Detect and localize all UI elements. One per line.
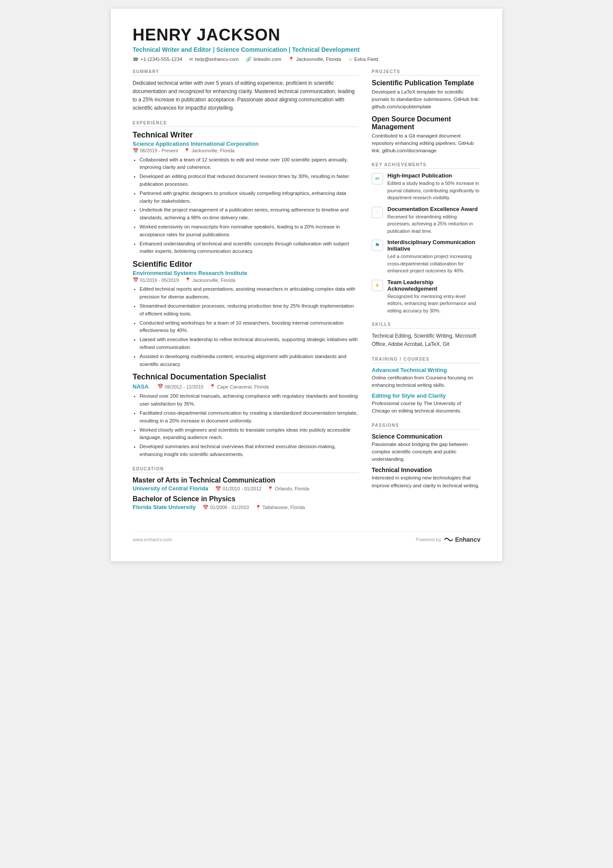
star-icon: ☆ <box>372 207 383 218</box>
job-1-company: Science Applications International Corpo… <box>133 141 359 147</box>
bullet: Revised over 200 technical manuals, achi… <box>140 392 359 408</box>
edu-1-degree: Master of Arts in Technical Communicatio… <box>133 476 359 484</box>
job-3-dates: 📅 08/2012 - 12/2015 <box>157 384 203 389</box>
passion-2: Technical Innovation Interested in explo… <box>372 466 480 489</box>
pencil-icon: ✏ <box>372 173 383 184</box>
achievement-3-title: Interdisciplinary Communication Initiati… <box>387 239 480 252</box>
bullet: Liaised with executive leadership to ref… <box>140 336 359 352</box>
achievements-section: KEY ACHIEVEMENTS ✏ High-Impact Publicati… <box>372 162 480 314</box>
contact-phone: ☎ +1-(234)-555-1234 <box>133 57 182 62</box>
edu-2-school: Florida State University <box>133 504 196 510</box>
edu-2-location: 📍 Tallahassee, Florida <box>255 505 305 510</box>
job-2-meta: 📅 01/2016 - 05/2019 📍 Jacksonville, Flor… <box>133 277 359 283</box>
job-2-title: Scientific Editor <box>133 260 359 269</box>
edu-1-school: University of Central Florida <box>133 485 208 492</box>
job-3-location: 📍 Cape Canaveral, Florida <box>210 384 269 389</box>
achievement-4-desc: Recognized for mentoring entry-level edi… <box>387 293 480 315</box>
bullet: Worked closely with engineers and scient… <box>140 426 359 442</box>
job-3-bullets: Revised over 200 technical manuals, achi… <box>133 392 359 459</box>
achievement-2-title: Documentation Excellence Award <box>387 206 480 212</box>
project-1-desc: Developed a LaTeX template for scientifi… <box>372 88 480 111</box>
calendar-icon-edu1: 📅 <box>215 486 221 492</box>
passions-label: PASSIONS <box>372 423 480 429</box>
edu-2-meta: 📅 01/2006 - 01/2010 📍 Tallahassee, Flori… <box>203 505 305 510</box>
projects-label: PROJECTS <box>372 69 480 76</box>
edu-1-location: 📍 Orlando, Florida <box>267 486 309 492</box>
edu-1-meta: 📅 01/2010 - 01/2012 📍 Orlando, Florida <box>215 486 309 492</box>
location-icon-edu2: 📍 <box>255 505 261 510</box>
enhancv-logo: Enhancv <box>444 536 480 543</box>
training-section: TRAINING / COURSES Advanced Technical Wr… <box>372 357 480 415</box>
achievement-3-desc: Led a communication project increasing c… <box>387 253 480 275</box>
bullet: Developed an editing protocol that reduc… <box>140 173 359 188</box>
achievements-label: KEY ACHIEVEMENTS <box>372 162 480 169</box>
project-1: Scientific Publication Template Develope… <box>372 79 480 111</box>
job-1-location: 📍 Jacksonville, Florida <box>184 148 234 154</box>
training-2-desc: Professional course by The University of… <box>372 400 480 415</box>
experience-section: EXPERIENCE Technical Writer Science Appl… <box>133 121 359 459</box>
edu-1-dates: 📅 01/2010 - 01/2012 <box>215 486 261 492</box>
job-2: Scientific Editor Environmental Systems … <box>133 260 359 368</box>
location-icon: 📍 <box>288 57 294 62</box>
bullet: Assisted in developing multimedia conten… <box>140 353 359 369</box>
summary-text: Dedicated technical writer with over 5 y… <box>133 79 359 113</box>
training-2: Editing for Style and Clarity Profession… <box>372 392 480 415</box>
gold-star-icon: ★ <box>372 280 383 291</box>
achievement-1-desc: Edited a study leading to a 50% increase… <box>387 180 480 201</box>
calendar-icon-3: 📅 <box>157 384 163 389</box>
summary-section: SUMMARY Dedicated technical writer with … <box>133 69 359 113</box>
bullet: Edited technical reports and presentatio… <box>140 285 359 301</box>
job-1-dates: 📅 06/2019 - Present <box>133 148 178 154</box>
training-1-title: Advanced Technical Writing <box>372 367 480 373</box>
footer-brand: Powered by Enhancv <box>416 536 480 543</box>
candidate-name: HENRY JACKSON <box>133 26 480 44</box>
bullet: Collaborated with a team of 12 scientist… <box>140 156 359 172</box>
job-1: Technical Writer Science Applications In… <box>133 131 359 256</box>
passion-1-title: Science Communication <box>372 433 480 440</box>
passion-1: Science Communication Passionate about b… <box>372 433 480 463</box>
achievement-4: ★ Team Leadership Acknowledgement Recogn… <box>372 279 480 315</box>
skills-label: SKILLS <box>372 322 480 328</box>
right-column: PROJECTS Scientific Publication Template… <box>372 69 480 518</box>
calendar-icon-1: 📅 <box>133 148 139 154</box>
location-icon-3: 📍 <box>210 384 216 389</box>
location-icon-edu1: 📍 <box>267 486 273 492</box>
project-1-title: Scientific Publication Template <box>372 79 480 87</box>
logo-icon <box>444 536 453 543</box>
calendar-icon-2: 📅 <box>133 277 139 283</box>
flag-icon: ⚑ <box>372 240 383 251</box>
bullet: Partnered with graphic designers to prod… <box>140 190 359 205</box>
passion-2-desc: Interested in exploring new technologies… <box>372 474 480 489</box>
project-2: Open Source Document Management Contribu… <box>372 115 480 155</box>
bullet: Enhanced understanding of technical and … <box>140 240 359 256</box>
training-label: TRAINING / COURSES <box>372 357 480 363</box>
job-2-bullets: Edited technical reports and presentatio… <box>133 285 359 368</box>
edu-2: Bachelor of Science in Physics Florida S… <box>133 495 359 510</box>
header: HENRY JACKSON Technical Writer and Edito… <box>133 26 480 62</box>
achievement-3: ⚑ Interdisciplinary Communication Initia… <box>372 239 480 275</box>
contact-bar: ☎ +1-(234)-555-1234 ✉ help@enhancv.com 🔗… <box>133 57 480 62</box>
left-column: SUMMARY Dedicated technical writer with … <box>133 69 359 518</box>
job-1-title: Technical Writer <box>133 131 359 140</box>
job-3-company: NASA <box>133 383 149 390</box>
contact-linkedin: 🔗 linkedin.com <box>246 57 281 62</box>
bullet: Undertook the project management of a pu… <box>140 206 359 222</box>
bullet: Facilitated cross-departmental communica… <box>140 409 359 425</box>
achievement-1: ✏ High-Impact Publication Edited a study… <box>372 172 480 201</box>
job-3: Technical Documentation Specialist NASA … <box>133 372 359 459</box>
achievement-4-title: Team Leadership Acknowledgement <box>387 279 480 292</box>
bullet: Streamlined documentation processes, red… <box>140 302 359 318</box>
achievement-2-desc: Received for streamlining editing proces… <box>387 213 480 235</box>
contact-extra: ☆ Extra Field <box>348 57 378 62</box>
training-1-desc: Online certification from Coursera focus… <box>372 374 480 389</box>
job-2-location: 📍 Jacksonville, Florida <box>185 277 235 283</box>
passion-1-desc: Passionate about bridging the gap betwee… <box>372 441 480 463</box>
job-1-meta: 📅 06/2019 - Present 📍 Jacksonville, Flor… <box>133 148 359 154</box>
education-label: EDUCATION <box>133 466 359 473</box>
location-icon-2: 📍 <box>185 277 191 283</box>
skills-section: SKILLS Technical Editing, Scientific Wri… <box>372 322 480 349</box>
contact-location: 📍 Jacksonville, Florida <box>288 57 341 62</box>
email-icon: ✉ <box>189 57 193 62</box>
job-1-bullets: Collaborated with a team of 12 scientist… <box>133 156 359 256</box>
experience-label: EXPERIENCE <box>133 121 359 127</box>
